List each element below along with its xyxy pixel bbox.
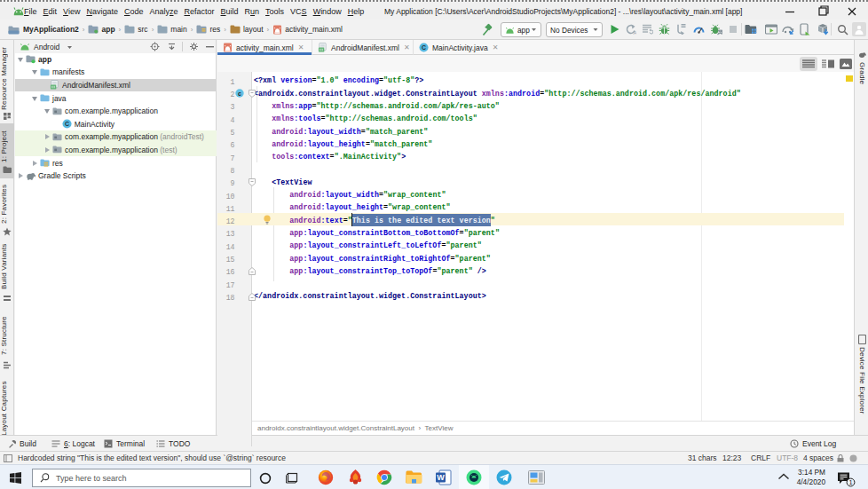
svg-text:C: C [65, 121, 69, 127]
svg-text:A: A [634, 30, 637, 35]
svg-text:W: W [437, 473, 445, 482]
svg-text:1: 1 [848, 478, 852, 486]
svg-text:c: c [238, 90, 241, 96]
svg-text:C: C [422, 44, 426, 51]
